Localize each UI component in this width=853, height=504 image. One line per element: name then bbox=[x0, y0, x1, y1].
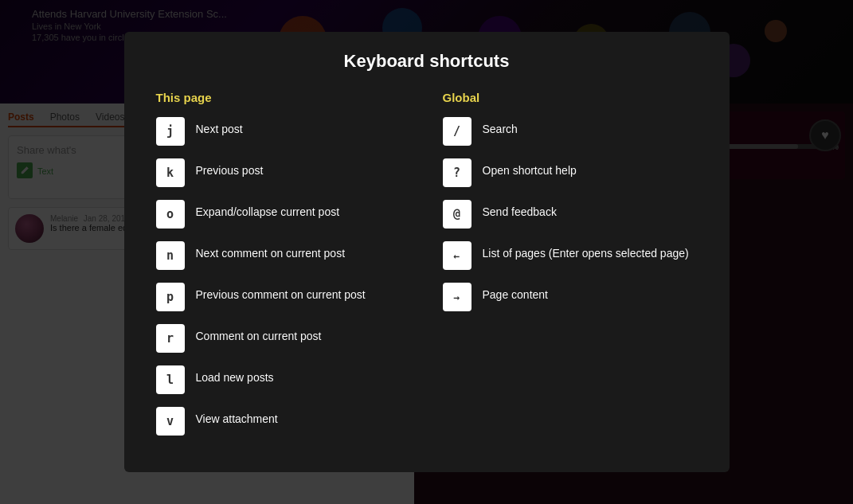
key-badge: → bbox=[443, 283, 471, 311]
key-badge: l bbox=[156, 365, 185, 394]
key-badge: j bbox=[156, 117, 185, 146]
shortcut-row: jNext post bbox=[156, 117, 411, 146]
shortcut-description: Next comment on current post bbox=[196, 241, 346, 262]
shortcut-description: View attachment bbox=[196, 407, 278, 428]
global-column: Global /Search?Open shortcut help@Send f… bbox=[443, 91, 698, 448]
shortcut-row: ?Open shortcut help bbox=[443, 158, 698, 187]
shortcut-description: Comment on current post bbox=[196, 324, 322, 345]
shortcut-description: Previous comment on current post bbox=[196, 283, 366, 303]
shortcut-row: @Send feedback bbox=[443, 200, 698, 229]
key-badge: v bbox=[156, 407, 185, 436]
shortcut-description: Load new posts bbox=[196, 365, 274, 386]
modal-columns: This page jNext postkPrevious postoExpan… bbox=[156, 91, 698, 448]
shortcut-row: rComment on current post bbox=[156, 324, 411, 353]
shortcut-description: Search bbox=[483, 117, 518, 138]
shortcut-description: Open shortcut help bbox=[483, 158, 577, 179]
modal-overlay: Keyboard shortcuts This page jNext postk… bbox=[0, 0, 853, 504]
shortcut-row: ←List of pages (Enter opens selected pag… bbox=[443, 241, 698, 270]
shortcut-row: →Page content bbox=[443, 283, 698, 311]
shortcut-row: pPrevious comment on current post bbox=[156, 283, 411, 311]
key-badge: ? bbox=[443, 158, 471, 187]
key-badge: o bbox=[156, 200, 185, 229]
shortcut-row: vView attachment bbox=[156, 407, 411, 436]
shortcut-row: oExpand/collapse current post bbox=[156, 200, 411, 229]
shortcut-description: List of pages (Enter opens selected page… bbox=[483, 241, 689, 262]
key-badge: n bbox=[156, 241, 185, 270]
modal-title: Keyboard shortcuts bbox=[156, 51, 698, 72]
shortcut-description: Send feedback bbox=[483, 200, 557, 221]
shortcut-row: lLoad new posts bbox=[156, 365, 411, 394]
shortcut-row: kPrevious post bbox=[156, 158, 411, 187]
shortcut-description: Next post bbox=[196, 117, 243, 138]
keyboard-shortcuts-modal: Keyboard shortcuts This page jNext postk… bbox=[124, 32, 730, 472]
shortcut-description: Page content bbox=[483, 283, 549, 303]
this-page-column: This page jNext postkPrevious postoExpan… bbox=[156, 91, 411, 448]
global-shortcuts-list: /Search?Open shortcut help@Send feedback… bbox=[443, 117, 698, 311]
shortcut-row: nNext comment on current post bbox=[156, 241, 411, 270]
shortcut-row: /Search bbox=[443, 117, 698, 146]
shortcut-description: Previous post bbox=[196, 158, 264, 179]
this-page-header: This page bbox=[156, 91, 411, 104]
this-page-shortcuts-list: jNext postkPrevious postoExpand/collapse… bbox=[156, 117, 411, 436]
key-badge: ← bbox=[443, 241, 471, 270]
global-header: Global bbox=[443, 91, 698, 104]
key-badge: / bbox=[443, 117, 471, 146]
shortcut-description: Expand/collapse current post bbox=[196, 200, 340, 221]
key-badge: p bbox=[156, 283, 185, 311]
key-badge: r bbox=[156, 324, 185, 353]
key-badge: k bbox=[156, 158, 185, 187]
key-badge: @ bbox=[443, 200, 471, 229]
